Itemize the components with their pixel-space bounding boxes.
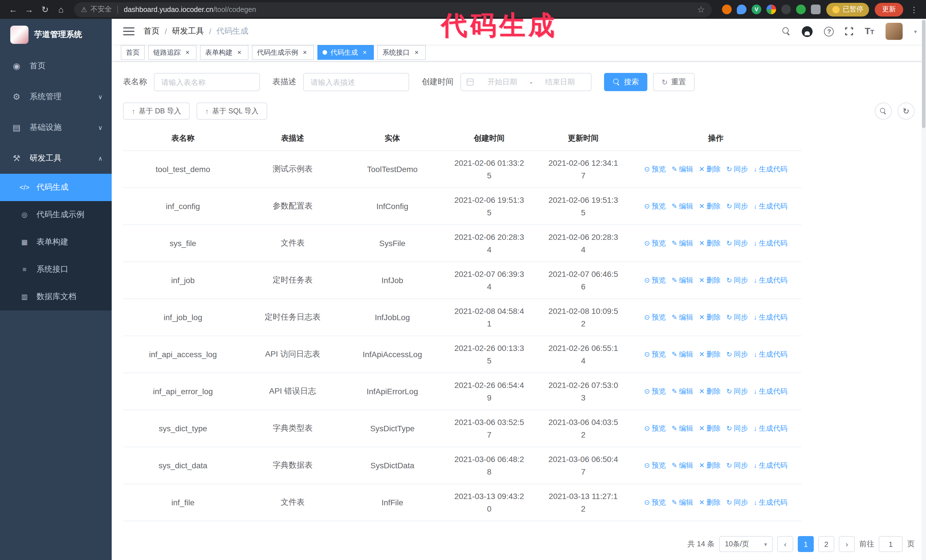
tab-system-api[interactable]: 系统接口 × (377, 45, 426, 60)
preview-link[interactable]: ⊙预览 (644, 165, 666, 174)
prev-page-button[interactable]: ‹ (777, 536, 793, 552)
sync-link[interactable]: ↻同步 (726, 238, 748, 248)
update-button[interactable]: 更新 (875, 3, 903, 16)
delete-link[interactable]: ✕删除 (699, 350, 720, 359)
breadcrumb-home[interactable]: 首页 (144, 27, 160, 37)
security-label[interactable]: 不安全 (91, 5, 112, 14)
generate-code-link[interactable]: ↓生成代码 (754, 312, 787, 322)
breadcrumb-dev-tools[interactable]: 研发工具 (172, 27, 204, 37)
reload-icon[interactable]: ↻ (38, 2, 53, 17)
delete-link[interactable]: ✕删除 (699, 275, 720, 285)
sidebar-toggle-button[interactable] (123, 28, 135, 36)
search-button[interactable]: 搜索 (604, 73, 648, 91)
date-range-picker[interactable]: 开始日期 - 结束日期 (460, 73, 592, 91)
import-db-button[interactable]: ↑ 基于 DB 导入 (123, 103, 190, 120)
delete-link[interactable]: ✕删除 (699, 201, 720, 211)
kebab-menu-icon[interactable]: ⋮ (908, 5, 920, 14)
preview-link[interactable]: ⊙预览 (644, 201, 666, 211)
sidebar-item-home[interactable]: ◉ 首页 (0, 51, 112, 82)
address-bar[interactable]: ⚠ 不安全 dashboard.yudao.iocoder.cn/tool/co… (74, 2, 712, 17)
delete-link[interactable]: ✕删除 (699, 424, 720, 433)
sidebar-item-dev-tools[interactable]: ⚒ 研发工具 ∧ (0, 143, 112, 174)
preview-link[interactable]: ⊙预览 (644, 460, 666, 470)
sidebar-item-infra[interactable]: ▤ 基础设施 ∨ (0, 112, 112, 143)
generate-code-link[interactable]: ↓生成代码 (754, 201, 787, 211)
bookmark-star-icon[interactable]: ☆ (697, 4, 705, 15)
edit-link[interactable]: ✎编辑 (672, 275, 693, 285)
sync-link[interactable]: ↻同步 (726, 460, 748, 470)
font-size-icon[interactable]: TT (865, 27, 874, 36)
forward-icon[interactable]: → (22, 2, 36, 17)
import-sql-button[interactable]: ↑ 基于 SQL 导入 (197, 103, 267, 120)
sidebar-item-codegen[interactable]: </> 代码生成 (0, 174, 112, 201)
table-desc-input[interactable] (303, 73, 409, 91)
scrollbar-thumb[interactable] (922, 20, 925, 128)
edit-link[interactable]: ✎编辑 (672, 424, 693, 433)
tab-trace[interactable]: 链路追踪 × (148, 45, 197, 60)
sidebar-item-codegen-example[interactable]: ◎ 代码生成示例 (0, 201, 112, 228)
sync-link[interactable]: ↻同步 (726, 424, 748, 433)
tab-codegen-example[interactable]: 代码生成示例 × (252, 45, 314, 60)
preview-link[interactable]: ⊙预览 (644, 498, 666, 507)
preview-link[interactable]: ⊙预览 (644, 312, 666, 322)
fullscreen-icon[interactable] (845, 28, 853, 36)
generate-code-link[interactable]: ↓生成代码 (754, 386, 787, 396)
extension-color-wheel-icon[interactable] (766, 5, 776, 14)
extension-leaf-icon[interactable] (796, 5, 806, 14)
delete-link[interactable]: ✕删除 (699, 165, 720, 174)
home-icon[interactable]: ⌂ (54, 2, 68, 17)
sync-link[interactable]: ↻同步 (726, 312, 748, 322)
sidebar-item-system[interactable]: ⚙ 系统管理 ∨ (0, 82, 112, 112)
close-icon[interactable]: × (183, 49, 191, 57)
tab-form-builder[interactable]: 表单构建 × (200, 45, 248, 60)
delete-link[interactable]: ✕删除 (699, 386, 720, 396)
preview-link[interactable]: ⊙预览 (644, 238, 666, 248)
generate-code-link[interactable]: ↓生成代码 (754, 460, 787, 470)
help-icon[interactable]: ? (824, 27, 834, 36)
generate-code-link[interactable]: ↓生成代码 (754, 165, 787, 174)
page-size-select[interactable]: 10条/页 ▾ (719, 536, 773, 552)
sync-link[interactable]: ↻同步 (726, 386, 748, 396)
delete-link[interactable]: ✕删除 (699, 460, 720, 470)
close-icon[interactable]: × (301, 49, 309, 57)
extensions-puzzle-icon[interactable] (811, 5, 820, 14)
sidebar-item-system-api[interactable]: ≡ 系统接口 (0, 256, 112, 283)
sync-link[interactable]: ↻同步 (726, 498, 748, 507)
table-name-input[interactable] (154, 73, 260, 91)
close-icon[interactable]: × (361, 49, 369, 57)
sync-link[interactable]: ↻同步 (726, 165, 748, 174)
preview-link[interactable]: ⊙预览 (644, 386, 666, 396)
extension-orange-icon[interactable] (722, 5, 732, 14)
edit-link[interactable]: ✎编辑 (672, 460, 693, 470)
generate-code-link[interactable]: ↓生成代码 (754, 424, 787, 433)
close-icon[interactable]: × (413, 49, 421, 57)
generate-code-link[interactable]: ↓生成代码 (754, 238, 787, 248)
paused-badge[interactable]: 已暂停 (826, 3, 869, 16)
sidebar-item-db-doc[interactable]: ▥ 数据库文档 (0, 283, 112, 311)
edit-link[interactable]: ✎编辑 (672, 498, 693, 507)
caret-down-icon[interactable]: ▾ (914, 29, 917, 35)
reset-button[interactable]: ↻ 重置 (653, 73, 694, 91)
delete-link[interactable]: ✕删除 (699, 312, 720, 322)
edit-link[interactable]: ✎编辑 (672, 350, 693, 359)
back-icon[interactable]: ← (6, 2, 21, 17)
scrollbar[interactable] (921, 19, 926, 560)
extension-drop-icon[interactable] (737, 5, 746, 14)
search-icon[interactable] (783, 28, 791, 36)
generate-code-link[interactable]: ↓生成代码 (754, 350, 787, 359)
delete-link[interactable]: ✕删除 (699, 498, 720, 507)
goto-page-input[interactable] (879, 536, 903, 552)
tab-home[interactable]: 首页 (121, 45, 145, 60)
app-logo[interactable]: 芋道管理系统 (0, 19, 112, 51)
close-icon[interactable]: × (235, 49, 243, 57)
sync-link[interactable]: ↻同步 (726, 350, 748, 359)
edit-link[interactable]: ✎编辑 (672, 386, 693, 396)
generate-code-link[interactable]: ↓生成代码 (754, 275, 787, 285)
next-page-button[interactable]: › (839, 536, 855, 552)
delete-link[interactable]: ✕删除 (699, 238, 720, 248)
user-avatar[interactable] (885, 23, 903, 40)
refresh-table-button[interactable]: ↻ (897, 103, 915, 120)
preview-link[interactable]: ⊙预览 (644, 275, 666, 285)
generate-code-link[interactable]: ↓生成代码 (754, 498, 787, 507)
edit-link[interactable]: ✎编辑 (672, 201, 693, 211)
